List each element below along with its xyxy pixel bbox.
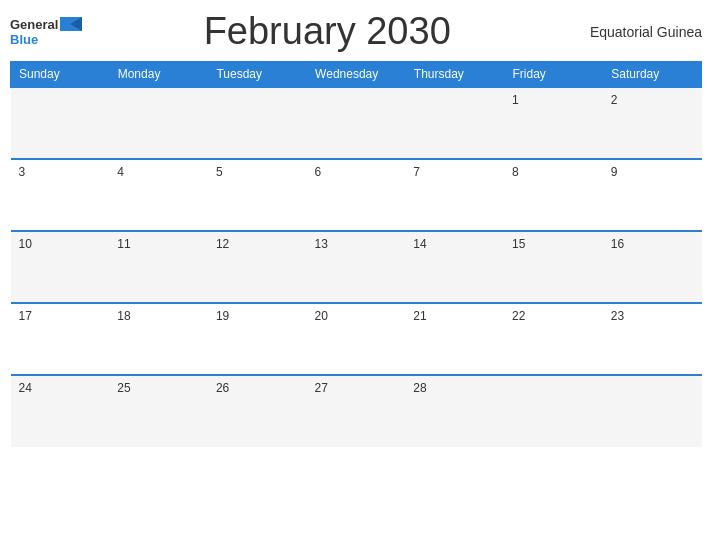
day-number: 7: [413, 165, 420, 179]
calendar-day-cell: 6: [307, 159, 406, 231]
calendar-day-cell: 15: [504, 231, 603, 303]
calendar-day-cell: [307, 87, 406, 159]
calendar-day-cell: 7: [405, 159, 504, 231]
calendar-day-cell: 18: [109, 303, 208, 375]
day-number: 23: [611, 309, 624, 323]
calendar-day-cell: 10: [11, 231, 110, 303]
day-number: 9: [611, 165, 618, 179]
day-number: 13: [315, 237, 328, 251]
calendar-day-cell: [504, 375, 603, 447]
calendar-day-cell: 26: [208, 375, 307, 447]
calendar-week-row: 10111213141516: [11, 231, 702, 303]
calendar-day-cell: [603, 375, 702, 447]
country-name: Equatorial Guinea: [572, 24, 702, 40]
day-number: 5: [216, 165, 223, 179]
day-number: 4: [117, 165, 124, 179]
day-number: 21: [413, 309, 426, 323]
calendar-day-cell: 1: [504, 87, 603, 159]
col-saturday: Saturday: [603, 62, 702, 88]
calendar-table: Sunday Monday Tuesday Wednesday Thursday…: [10, 61, 702, 447]
calendar-day-cell: 13: [307, 231, 406, 303]
calendar-day-cell: 14: [405, 231, 504, 303]
day-number: 22: [512, 309, 525, 323]
calendar-day-cell: 5: [208, 159, 307, 231]
calendar-week-row: 12: [11, 87, 702, 159]
col-sunday: Sunday: [11, 62, 110, 88]
calendar-container: General Blue February 2030 Equatorial Gu…: [0, 0, 712, 550]
calendar-day-cell: 24: [11, 375, 110, 447]
day-number: 19: [216, 309, 229, 323]
day-number: 3: [19, 165, 26, 179]
calendar-day-cell: 21: [405, 303, 504, 375]
calendar-day-cell: 16: [603, 231, 702, 303]
calendar-day-cell: 20: [307, 303, 406, 375]
calendar-day-cell: 8: [504, 159, 603, 231]
day-number: 6: [315, 165, 322, 179]
col-friday: Friday: [504, 62, 603, 88]
calendar-day-cell: [208, 87, 307, 159]
logo-general-text: General: [10, 17, 58, 32]
day-number: 26: [216, 381, 229, 395]
day-number: 10: [19, 237, 32, 251]
day-number: 11: [117, 237, 130, 251]
calendar-body: 1234567891011121314151617181920212223242…: [11, 87, 702, 447]
day-number: 15: [512, 237, 525, 251]
col-monday: Monday: [109, 62, 208, 88]
calendar-day-cell: 17: [11, 303, 110, 375]
day-number: 28: [413, 381, 426, 395]
day-number: 2: [611, 93, 618, 107]
day-number: 25: [117, 381, 130, 395]
day-number: 24: [19, 381, 32, 395]
calendar-day-cell: 11: [109, 231, 208, 303]
calendar-week-row: 17181920212223: [11, 303, 702, 375]
col-wednesday: Wednesday: [307, 62, 406, 88]
calendar-week-row: 3456789: [11, 159, 702, 231]
calendar-day-cell: 22: [504, 303, 603, 375]
day-number: 18: [117, 309, 130, 323]
logo: General Blue: [10, 17, 82, 47]
calendar-day-cell: 28: [405, 375, 504, 447]
header: General Blue February 2030 Equatorial Gu…: [10, 10, 702, 53]
calendar-day-cell: [405, 87, 504, 159]
calendar-day-cell: [11, 87, 110, 159]
calendar-day-cell: 9: [603, 159, 702, 231]
weekday-header-row: Sunday Monday Tuesday Wednesday Thursday…: [11, 62, 702, 88]
day-number: 8: [512, 165, 519, 179]
day-number: 16: [611, 237, 624, 251]
calendar-day-cell: [109, 87, 208, 159]
day-number: 1: [512, 93, 519, 107]
calendar-day-cell: 12: [208, 231, 307, 303]
logo-blue-text: Blue: [10, 32, 38, 47]
day-number: 14: [413, 237, 426, 251]
calendar-day-cell: 2: [603, 87, 702, 159]
col-tuesday: Tuesday: [208, 62, 307, 88]
col-thursday: Thursday: [405, 62, 504, 88]
calendar-day-cell: 27: [307, 375, 406, 447]
calendar-title: February 2030: [82, 10, 572, 53]
day-number: 20: [315, 309, 328, 323]
day-number: 27: [315, 381, 328, 395]
calendar-header: Sunday Monday Tuesday Wednesday Thursday…: [11, 62, 702, 88]
logo-flag-icon: [60, 17, 82, 31]
calendar-day-cell: 23: [603, 303, 702, 375]
calendar-day-cell: 4: [109, 159, 208, 231]
calendar-day-cell: 19: [208, 303, 307, 375]
day-number: 17: [19, 309, 32, 323]
calendar-day-cell: 25: [109, 375, 208, 447]
day-number: 12: [216, 237, 229, 251]
calendar-day-cell: 3: [11, 159, 110, 231]
calendar-week-row: 2425262728: [11, 375, 702, 447]
